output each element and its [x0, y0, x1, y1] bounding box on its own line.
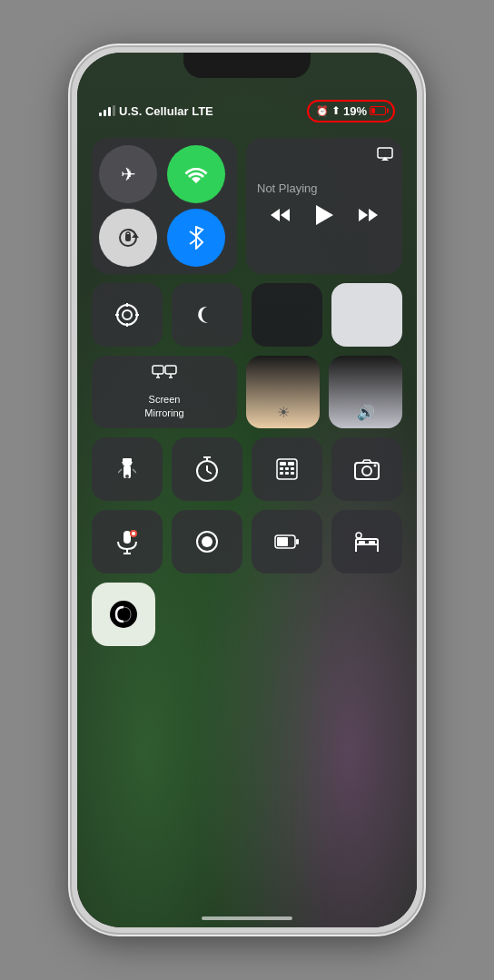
screen-mirroring-button[interactable]: ScreenMirroring	[92, 356, 237, 428]
svg-marker-1	[132, 233, 139, 238]
play-button[interactable]	[314, 204, 334, 231]
row-accessibility	[92, 583, 402, 646]
wifi-icon	[183, 164, 209, 184]
svg-point-41	[374, 465, 377, 467]
svg-marker-5	[271, 209, 280, 221]
row-mirroring-sliders: ScreenMirroring ☀ 🔊	[92, 356, 402, 428]
bed-button[interactable]	[331, 510, 402, 573]
signal-bar-4	[113, 105, 115, 116]
camera-button[interactable]	[331, 437, 402, 501]
svg-rect-52	[359, 541, 365, 544]
battery-icon	[370, 106, 386, 115]
timer-icon	[195, 456, 219, 482]
svg-rect-42	[124, 531, 131, 544]
location-icon: ⬆	[331, 104, 341, 117]
svg-rect-37	[285, 472, 289, 475]
forward-button[interactable]	[359, 207, 379, 228]
flashlight-button[interactable]	[92, 437, 163, 501]
dark-tile-1[interactable]	[252, 283, 322, 347]
rotation-lock-icon	[116, 226, 140, 250]
brightness-icon: ☀	[277, 404, 290, 421]
bluetooth-button[interactable]	[167, 209, 225, 267]
calculator-button[interactable]	[252, 437, 322, 501]
svg-marker-8	[369, 209, 378, 221]
svg-rect-20	[123, 458, 132, 463]
svg-point-46	[132, 532, 135, 535]
carrier-label: U.S. Cellular LTE	[119, 104, 213, 118]
svg-rect-53	[369, 541, 375, 544]
now-playing-label: Not Playing	[257, 181, 391, 195]
battery-fill	[371, 108, 375, 113]
phone-frame: U.S. Cellular LTE ⏰ ⬆ 19%	[70, 45, 424, 935]
timer-button[interactable]	[172, 437, 242, 501]
svg-marker-9	[359, 209, 368, 221]
focus-button[interactable]	[92, 283, 163, 347]
svg-rect-51	[277, 537, 288, 546]
svg-rect-16	[153, 366, 163, 374]
voice-memo-button[interactable]	[92, 510, 163, 573]
svg-line-22	[118, 469, 122, 473]
svg-point-55	[110, 601, 137, 628]
volume-slider[interactable]: 🔊	[329, 356, 402, 428]
signal-bar-1	[99, 113, 102, 116]
svg-marker-6	[281, 209, 290, 221]
rewind-icon	[270, 207, 290, 223]
signal-icon	[99, 105, 115, 116]
row-connectivity: ✈	[92, 138, 402, 274]
svg-rect-17	[165, 366, 176, 374]
svg-rect-50	[296, 539, 299, 544]
voice-memo-icon	[115, 529, 139, 554]
play-icon	[314, 204, 334, 226]
brightness-slider[interactable]: ☀	[246, 356, 320, 428]
screen-mirroring-icon	[152, 365, 177, 389]
svg-point-11	[123, 310, 132, 319]
row-apps-1	[92, 437, 402, 501]
svg-line-23	[133, 469, 136, 473]
battery-case-button[interactable]	[252, 510, 322, 573]
silent-switch[interactable]	[70, 165, 72, 194]
screen-record-button[interactable]	[172, 510, 242, 573]
rotation-lock-button[interactable]	[99, 209, 157, 267]
alarm-icon: ⏰	[316, 105, 329, 117]
svg-point-48	[202, 536, 212, 547]
volume-up-button[interactable]	[70, 211, 72, 261]
controls-grid: ✈	[92, 138, 402, 646]
home-indicator[interactable]	[202, 916, 292, 920]
status-bar: U.S. Cellular LTE ⏰ ⬆ 19%	[92, 98, 402, 123]
row-utility	[92, 283, 402, 347]
battery-case-icon	[274, 533, 300, 551]
svg-rect-34	[285, 467, 289, 470]
power-button[interactable]	[422, 192, 424, 247]
screen-record-icon	[195, 530, 219, 554]
light-tile-1[interactable]	[331, 283, 402, 347]
svg-point-40	[362, 466, 371, 475]
flashlight-icon	[118, 456, 136, 482]
svg-point-54	[356, 533, 361, 538]
svg-rect-4	[378, 148, 392, 158]
accessibility-icon	[109, 600, 138, 629]
airplane-mode-button[interactable]: ✈	[99, 145, 157, 203]
signal-bar-3	[108, 107, 111, 116]
status-left: U.S. Cellular LTE	[99, 104, 213, 118]
svg-marker-7	[316, 205, 333, 225]
svg-point-10	[117, 305, 137, 325]
signal-bar-2	[104, 110, 106, 116]
svg-line-28	[207, 471, 212, 474]
rewind-button[interactable]	[270, 207, 290, 228]
now-playing-panel: Not Playing	[246, 138, 402, 274]
accessibility-button[interactable]	[92, 583, 155, 646]
screen-mirroring-label: ScreenMirroring	[144, 393, 183, 419]
wifi-button[interactable]	[167, 145, 225, 203]
phone-screen: U.S. Cellular LTE ⏰ ⬆ 19%	[77, 53, 417, 927]
notch	[183, 53, 311, 78]
airplay-icon[interactable]	[377, 147, 393, 165]
bed-icon	[354, 532, 380, 552]
volume-down-button[interactable]	[70, 272, 72, 323]
calculator-icon	[275, 457, 299, 481]
bluetooth-icon	[188, 226, 204, 250]
media-controls	[257, 204, 391, 231]
svg-rect-38	[291, 472, 294, 475]
svg-rect-32	[288, 462, 294, 466]
moon-icon	[196, 304, 218, 326]
do-not-disturb-button[interactable]	[172, 283, 242, 347]
